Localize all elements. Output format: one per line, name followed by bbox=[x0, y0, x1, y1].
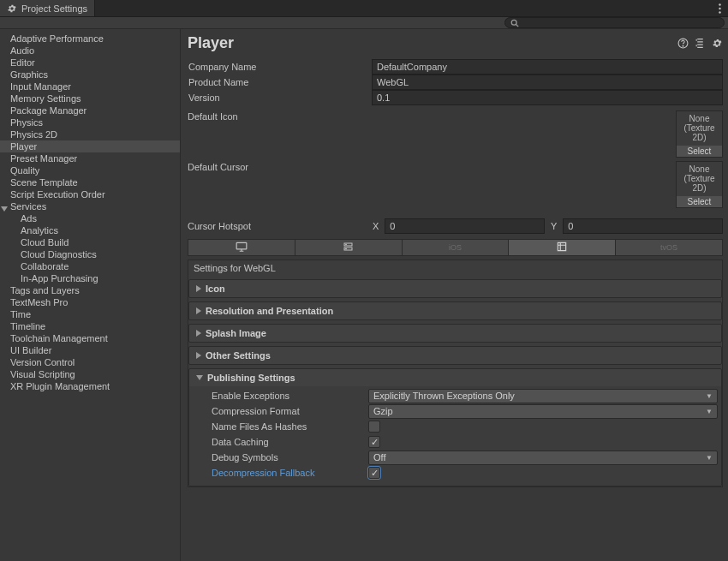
webgl-icon bbox=[556, 241, 568, 254]
search-row bbox=[0, 17, 728, 29]
foldout-arrow-icon bbox=[196, 352, 201, 359]
sidebar-item-in-app-purchasing[interactable]: In-App Purchasing bbox=[0, 272, 180, 284]
sidebar-item-player[interactable]: Player bbox=[0, 140, 180, 152]
sidebar-item-audio[interactable]: Audio bbox=[0, 45, 180, 57]
decompression-fallback-label: Decompression Fallback bbox=[193, 468, 368, 478]
sidebar-item-package-manager[interactable]: Package Manager bbox=[0, 104, 180, 116]
enable-exceptions-label: Enable Exceptions bbox=[193, 391, 368, 401]
name-files-as-hashes-checkbox[interactable] bbox=[368, 421, 380, 433]
default-icon-object-field[interactable]: None(Texture 2D) Select bbox=[676, 110, 723, 158]
help-icon[interactable] bbox=[677, 38, 689, 50]
search-box[interactable] bbox=[504, 17, 725, 28]
resolution-foldout[interactable]: Resolution and Presentation bbox=[188, 301, 722, 320]
foldout-arrow-icon bbox=[196, 330, 201, 337]
hotspot-x-input[interactable] bbox=[385, 218, 545, 234]
sidebar-item-version-control[interactable]: Version Control bbox=[0, 356, 180, 368]
chevron-down-icon: ▼ bbox=[706, 392, 713, 400]
gear-icon bbox=[7, 3, 17, 14]
select-button[interactable]: Select bbox=[677, 146, 722, 157]
sidebar-item-xr-plugin-management[interactable]: XR Plugin Management bbox=[0, 380, 180, 392]
version-input[interactable] bbox=[372, 90, 723, 105]
svg-point-6 bbox=[683, 45, 683, 46]
titlebar: Project Settings bbox=[0, 0, 728, 17]
foldout-arrow-icon bbox=[196, 307, 201, 314]
sidebar-item-graphics[interactable]: Graphics bbox=[0, 69, 180, 81]
sidebar-item-cloud-build[interactable]: Cloud Build bbox=[0, 236, 180, 248]
settings-gear-icon[interactable] bbox=[711, 38, 723, 50]
default-cursor-object-field[interactable]: None(Texture 2D) Select bbox=[676, 161, 723, 208]
sidebar-item-tags-and-layers[interactable]: Tags and Layers bbox=[0, 284, 180, 296]
svg-point-3 bbox=[511, 20, 516, 25]
panel-title: Player bbox=[188, 34, 677, 52]
cursor-hotspot-label: Cursor Hotspot bbox=[188, 221, 372, 231]
window-menu-button[interactable] bbox=[711, 0, 728, 16]
sidebar-item-toolchain-management[interactable]: Toolchain Management bbox=[0, 332, 180, 344]
sidebar-item-scene-template[interactable]: Scene Template bbox=[0, 176, 180, 188]
platform-tab-standalone[interactable] bbox=[188, 239, 295, 256]
compression-format-dropdown[interactable]: Gzip▼ bbox=[368, 404, 718, 419]
svg-point-2 bbox=[719, 11, 720, 13]
enable-exceptions-dropdown[interactable]: Explicitly Thrown Exceptions Only▼ bbox=[368, 389, 718, 403]
select-button[interactable]: Select bbox=[677, 196, 722, 207]
company-name-input[interactable] bbox=[372, 59, 723, 75]
sidebar-item-ui-builder[interactable]: UI Builder bbox=[0, 344, 180, 356]
svg-line-4 bbox=[516, 24, 518, 27]
x-label: X bbox=[372, 221, 379, 231]
hotspot-y-input[interactable] bbox=[563, 218, 723, 234]
settings-for-label: Settings for WebGL bbox=[188, 260, 722, 276]
svg-point-1 bbox=[719, 7, 720, 9]
platform-tab-tvos[interactable]: tvOS bbox=[616, 239, 723, 256]
platform-tab-dedicated-server[interactable] bbox=[295, 239, 403, 256]
sidebar-item-script-execution-order[interactable]: Script Execution Order bbox=[0, 188, 180, 200]
decompression-fallback-checkbox[interactable] bbox=[368, 467, 380, 479]
platform-tab-webgl[interactable] bbox=[509, 239, 616, 256]
chevron-down-icon: ▼ bbox=[706, 454, 713, 462]
player-settings-panel: Player Company Name Product Name Version bbox=[181, 29, 728, 561]
foldout-triangle-icon[interactable] bbox=[1, 202, 9, 211]
search-input[interactable] bbox=[522, 18, 719, 28]
svg-point-0 bbox=[719, 3, 720, 5]
sidebar-item-cloud-diagnostics[interactable]: Cloud Diagnostics bbox=[0, 248, 180, 260]
version-label: Version bbox=[188, 93, 372, 103]
sidebar-item-input-manager[interactable]: Input Manager bbox=[0, 81, 180, 93]
debug-symbols-dropdown[interactable]: Off▼ bbox=[368, 451, 718, 465]
sidebar-item-timeline[interactable]: Timeline bbox=[0, 320, 180, 332]
y-label: Y bbox=[550, 221, 558, 231]
server-icon bbox=[343, 242, 354, 254]
platform-settings-group: Settings for WebGL Icon Resolution and P… bbox=[188, 260, 723, 487]
platform-tabs: iOS tvOS bbox=[188, 239, 723, 256]
preset-icon[interactable] bbox=[694, 38, 706, 50]
other-settings-foldout[interactable]: Other Settings bbox=[188, 346, 722, 365]
sidebar-item-preset-manager[interactable]: Preset Manager bbox=[0, 152, 180, 164]
sidebar-item-services[interactable]: Services bbox=[0, 200, 180, 212]
splash-image-foldout[interactable]: Splash Image bbox=[188, 324, 722, 343]
sidebar-item-analytics[interactable]: Analytics bbox=[0, 224, 180, 236]
sidebar-item-physics[interactable]: Physics bbox=[0, 116, 180, 128]
svg-point-11 bbox=[346, 248, 347, 249]
object-none-text: None(Texture 2D) bbox=[677, 162, 722, 196]
sidebar-item-textmesh-pro[interactable]: TextMesh Pro bbox=[0, 296, 180, 308]
publishing-foldout-header[interactable]: Publishing Settings bbox=[189, 369, 721, 386]
data-caching-checkbox[interactable] bbox=[368, 436, 380, 448]
icon-foldout[interactable]: Icon bbox=[188, 279, 722, 298]
default-cursor-label: Default Cursor bbox=[188, 161, 372, 208]
sidebar-item-quality[interactable]: Quality bbox=[0, 164, 180, 176]
name-files-as-hashes-label: Name Files As Hashes bbox=[193, 421, 368, 432]
sidebar-item-time[interactable]: Time bbox=[0, 308, 180, 320]
default-icon-label: Default Icon bbox=[188, 110, 372, 158]
publishing-settings-foldout: Publishing Settings Enable Exceptions Ex… bbox=[188, 368, 722, 486]
compression-format-label: Compression Format bbox=[193, 406, 368, 416]
sidebar-item-memory-settings[interactable]: Memory Settings bbox=[0, 93, 180, 104]
sidebar-item-ads[interactable]: Ads bbox=[0, 212, 180, 224]
foldout-arrow-icon bbox=[196, 375, 203, 380]
sidebar-item-adaptive-performance[interactable]: Adaptive Performance bbox=[0, 33, 180, 45]
panel-header: Player bbox=[188, 34, 723, 52]
sidebar-item-visual-scripting[interactable]: Visual Scripting bbox=[0, 368, 180, 380]
window-tab[interactable]: Project Settings bbox=[0, 0, 95, 16]
sidebar-item-collaborate[interactable]: Collaborate bbox=[0, 260, 180, 272]
sidebar-item-editor[interactable]: Editor bbox=[0, 57, 180, 69]
sidebar-item-physics-2d[interactable]: Physics 2D bbox=[0, 128, 180, 140]
platform-tab-ios[interactable]: iOS bbox=[403, 239, 510, 256]
chevron-down-icon: ▼ bbox=[706, 408, 713, 415]
product-name-input[interactable] bbox=[372, 75, 723, 90]
